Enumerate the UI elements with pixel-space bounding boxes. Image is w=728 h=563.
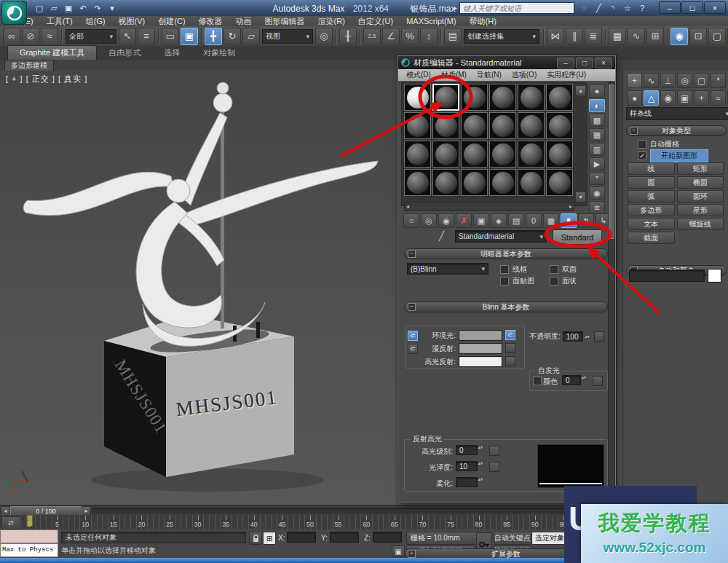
self-illum-spinner[interactable]: ▴▾ <box>582 375 588 379</box>
undo-icon[interactable]: ↶ <box>76 2 90 14</box>
sample-slot-14[interactable] <box>432 141 459 168</box>
menu-modifiers[interactable]: 修改器 <box>192 16 229 26</box>
select-and-scale-icon[interactable]: ▱ <box>242 28 260 45</box>
shape-helix-button[interactable]: 螺旋线 <box>677 218 724 230</box>
sample-uv-tiling-icon[interactable]: ▦ <box>589 128 605 141</box>
sample-slot-11[interactable] <box>518 112 545 139</box>
tab-display-icon[interactable]: ▢ <box>694 73 709 88</box>
search-input[interactable] <box>459 2 574 14</box>
absolute-mode-icon[interactable]: ⊞ <box>263 532 276 545</box>
search-icon[interactable]: ◌ <box>577 2 590 14</box>
mat-menu-material[interactable]: 材质(M) <box>436 70 472 80</box>
self-illum-value[interactable]: 0 <box>562 375 581 385</box>
menu-views[interactable]: 视图(V) <box>112 16 152 26</box>
open-mini-curve-editor-icon[interactable]: ⇄ <box>1 516 20 529</box>
slots-scroll-up-icon[interactable]: ▴ <box>575 85 586 96</box>
sample-slot-3[interactable] <box>461 84 488 111</box>
snap-toggle-icon[interactable]: 2.5 <box>363 28 381 45</box>
shape-text-button[interactable]: 文本 <box>628 218 675 230</box>
sample-slot-19[interactable] <box>404 169 431 196</box>
sample-slot-7[interactable] <box>404 112 431 139</box>
backlight-icon[interactable]: ◐ <box>589 99 605 112</box>
ribbon-subtab-polygon-modeling[interactable]: 多边形建模 <box>4 60 54 71</box>
menu-tools[interactable]: 工具(T) <box>40 16 79 26</box>
select-and-rotate-icon[interactable]: ↻ <box>223 28 241 45</box>
select-and-manipulate-icon[interactable]: ╂ <box>339 28 357 45</box>
reset-map-icon[interactable]: ✗ <box>456 213 472 228</box>
time-tag-icon[interactable]: ▣ <box>392 546 405 557</box>
graphite-ribbon-toggle-icon[interactable]: ▦ <box>609 28 626 45</box>
slots-horizontal-scrollbar[interactable]: ◂ ▸ <box>404 202 574 211</box>
tab-create-icon[interactable]: + <box>627 73 642 88</box>
select-and-move-icon[interactable]: ╋ <box>205 28 222 45</box>
schematic-view-icon[interactable]: ⊞ <box>646 28 664 45</box>
y-coord-field[interactable] <box>330 532 359 543</box>
glossiness-spinner[interactable]: ▴▾ <box>478 461 485 465</box>
faceted-checkbox[interactable] <box>550 277 558 286</box>
select-by-name-icon[interactable]: ≡ <box>138 28 155 45</box>
select-by-material-icon[interactable]: ◉ <box>589 186 605 200</box>
tab-hierarchy-icon[interactable]: ⊥ <box>660 73 676 88</box>
slots-scroll-down-icon[interactable]: ▾ <box>575 192 586 202</box>
two-sided-checkbox[interactable] <box>550 265 558 274</box>
get-material-icon[interactable]: ○ <box>403 213 419 228</box>
redo-icon[interactable]: ↷ <box>91 2 104 14</box>
angle-snap-icon[interactable]: ∠ <box>382 28 400 45</box>
category-helpers-icon[interactable]: + <box>694 90 709 106</box>
z-coord-field[interactable] <box>373 532 402 543</box>
start-new-shape-button[interactable]: 开始新图形 <box>650 149 708 162</box>
sample-slot-21[interactable] <box>461 169 488 196</box>
options-icon[interactable]: * <box>589 172 605 185</box>
sample-type-icon[interactable]: ● <box>589 84 605 98</box>
sample-slot-16[interactable] <box>489 141 516 168</box>
sample-slot-18[interactable] <box>546 141 573 168</box>
ribbon-tab-freeform[interactable]: 自由形式 <box>97 46 152 60</box>
use-pivot-point-icon[interactable]: ◎ <box>315 28 333 45</box>
render-setup-icon[interactable]: ⊡ <box>689 28 707 45</box>
minimize-button[interactable]: – <box>659 1 681 14</box>
application-menu-button[interactable] <box>1 1 27 25</box>
object-color-swatch[interactable] <box>708 269 721 283</box>
specular-map-button[interactable] <box>505 356 515 366</box>
video-color-check-icon[interactable]: ▥ <box>589 143 605 156</box>
favorites-icon[interactable]: ☆ <box>621 2 634 14</box>
sample-slot-15[interactable] <box>461 141 488 168</box>
put-material-to-scene-icon[interactable]: ◎ <box>421 213 437 228</box>
dialog-close-button[interactable]: × <box>595 58 612 68</box>
menu-rendering[interactable]: 渲染(R) <box>312 16 352 26</box>
sample-slot-2[interactable] <box>432 84 459 111</box>
shape-ngon-button[interactable]: 多边形 <box>628 204 675 216</box>
blinn-rollout-header[interactable]: − Blinn 基本参数 <box>404 302 608 312</box>
make-preview-icon[interactable]: ▶ <box>589 157 605 170</box>
specular-level-spinner[interactable]: ▴▾ <box>478 445 485 449</box>
mat-menu-options[interactable]: 选项(O) <box>507 70 542 80</box>
menu-maxscript[interactable]: MAXScript(M) <box>400 16 462 26</box>
sample-slot-22[interactable] <box>489 169 516 196</box>
diffuse-map-button[interactable] <box>505 343 515 353</box>
toolbar-options-icon[interactable]: ▾ <box>106 2 119 14</box>
go-to-parent-icon[interactable]: ↰ <box>578 213 594 228</box>
shader-type-dropdown[interactable]: (B)Blinn ▾ <box>407 263 488 275</box>
sample-slot-5[interactable] <box>518 84 545 111</box>
make-material-copy-icon[interactable]: ▣ <box>473 213 489 228</box>
maxscript-mini-listener[interactable]: Max to Physcs ( <box>0 543 58 557</box>
ribbon-tab-object-paint[interactable]: 对象绘制 <box>191 46 247 60</box>
menu-create[interactable]: 创建(C) <box>151 16 191 26</box>
self-illum-color-checkbox[interactable] <box>533 377 542 385</box>
pick-material-icon[interactable]: ╱ <box>439 231 451 243</box>
object-type-rollout-header[interactable]: − 对象类型 <box>626 125 727 136</box>
wire-checkbox[interactable] <box>500 265 509 274</box>
mat-menu-modes[interactable]: 模式(D) <box>401 70 436 80</box>
opacity-map-button[interactable] <box>594 331 604 342</box>
new-file-icon[interactable]: ▢ <box>33 2 46 14</box>
close-button[interactable]: × <box>704 1 726 14</box>
dialog-maximize-button[interactable]: □ <box>576 58 593 68</box>
select-and-link-icon[interactable]: ∞ <box>3 28 20 45</box>
face-map-checkbox[interactable] <box>500 277 509 286</box>
glossiness-value[interactable]: 10 <box>456 461 478 471</box>
shader-rollout-header[interactable]: − 明暗器基本参数 <box>404 248 608 259</box>
specular-level-value[interactable]: 0 <box>456 445 478 455</box>
material-type-button[interactable]: Standard <box>553 229 602 245</box>
window-crossing-icon[interactable]: ▣ <box>181 28 198 45</box>
opacity-spinner[interactable]: ▴▾ <box>585 334 592 339</box>
